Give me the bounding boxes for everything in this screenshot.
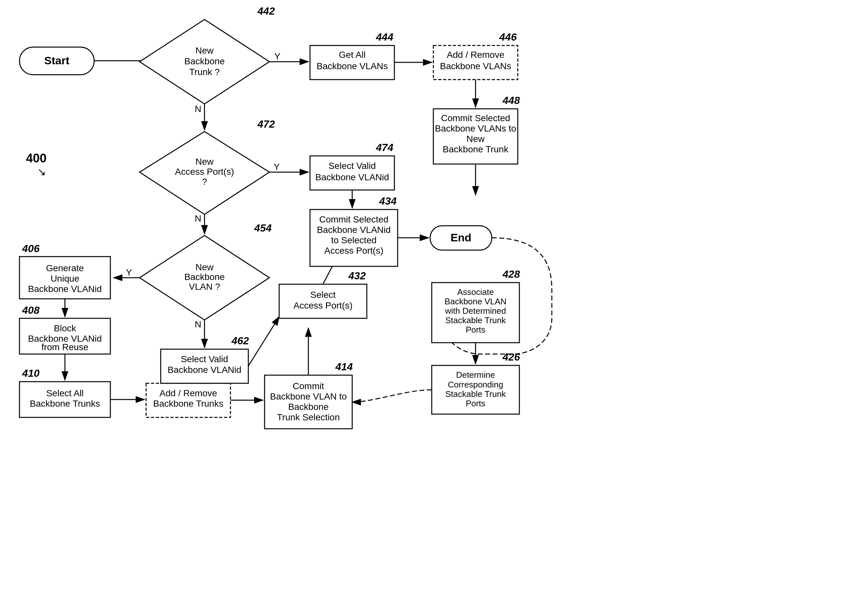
svg-text:Backbone VLANs: Backbone VLANs	[316, 61, 388, 71]
svg-text:Access Port(s): Access Port(s)	[324, 245, 383, 256]
svg-text:432: 432	[348, 270, 366, 282]
svg-text:Backbone VLANid: Backbone VLANid	[315, 172, 389, 182]
svg-text:Access Port(s): Access Port(s)	[175, 167, 234, 177]
svg-text:New: New	[195, 262, 214, 272]
svg-text:Corresponding: Corresponding	[448, 380, 504, 390]
svg-text:Backbone: Backbone	[288, 402, 329, 412]
svg-text:472: 472	[257, 118, 275, 130]
svg-text:Backbone VLANs to: Backbone VLANs to	[435, 123, 516, 133]
svg-text:Backbone VLANid: Backbone VLANid	[317, 225, 391, 235]
node-start: Start	[20, 47, 94, 75]
svg-text:Add / Remove: Add / Remove	[446, 50, 504, 60]
svg-text:454: 454	[254, 222, 272, 234]
svg-text:Backbone VLANid: Backbone VLANid	[167, 365, 241, 375]
svg-text:Ports: Ports	[466, 325, 486, 335]
svg-text:410: 410	[22, 367, 40, 379]
svg-text:New: New	[467, 134, 485, 144]
svg-text:Y: Y	[274, 51, 281, 61]
svg-text:Select Valid: Select Valid	[329, 161, 376, 171]
svg-text:Stackable Trunk: Stackable Trunk	[445, 389, 506, 399]
svg-text:408: 408	[22, 304, 40, 316]
svg-text:Backbone Trunk: Backbone Trunk	[443, 144, 508, 154]
svg-text:Block: Block	[54, 323, 76, 333]
svg-text:Backbone VLANs: Backbone VLANs	[440, 61, 511, 71]
svg-text:Backbone VLANid: Backbone VLANid	[28, 284, 102, 294]
svg-text:Backbone: Backbone	[184, 56, 225, 66]
svg-text:with Determined: with Determined	[445, 306, 506, 316]
svg-text:Stackable Trunk: Stackable Trunk	[445, 315, 506, 325]
svg-text:Backbone Trunks: Backbone Trunks	[153, 399, 223, 408]
svg-text:Start: Start	[44, 54, 69, 67]
arrow-label-400: ↘	[37, 166, 46, 178]
svg-text:Ports: Ports	[466, 399, 486, 408]
svg-text:Generate: Generate	[46, 263, 84, 273]
svg-text:434: 434	[379, 195, 397, 207]
svg-text:Unique: Unique	[51, 273, 79, 284]
svg-text:406: 406	[22, 243, 40, 255]
svg-text:Commit: Commit	[293, 381, 324, 391]
svg-text:446: 446	[499, 31, 517, 43]
svg-text:from Reuse: from Reuse	[42, 342, 88, 352]
svg-text:End: End	[451, 231, 471, 244]
svg-text:Commit Selected: Commit Selected	[441, 113, 510, 123]
svg-text:442: 442	[257, 5, 275, 17]
svg-text:New: New	[195, 45, 214, 56]
svg-text:Y: Y	[126, 267, 132, 277]
svg-text:to Selected: to Selected	[331, 235, 377, 245]
svg-text:414: 414	[335, 361, 353, 373]
svg-text:Get All: Get All	[339, 50, 366, 60]
svg-text:426: 426	[502, 351, 520, 363]
svg-text:N: N	[195, 104, 201, 114]
svg-text:Trunk ?: Trunk ?	[189, 67, 220, 77]
svg-text:Add / Remove: Add / Remove	[160, 388, 217, 398]
svg-text:N: N	[195, 213, 201, 224]
svg-text:448: 448	[502, 95, 520, 106]
svg-text:Backbone Trunks: Backbone Trunks	[30, 399, 100, 408]
svg-text:New: New	[195, 157, 214, 167]
svg-text:Select Valid: Select Valid	[181, 354, 228, 364]
svg-text:444: 444	[375, 31, 394, 43]
label-400: 400	[26, 151, 46, 165]
svg-text:?: ?	[202, 177, 207, 187]
svg-text:428: 428	[502, 268, 520, 280]
svg-text:Associate: Associate	[457, 287, 494, 297]
svg-text:Trunk Selection: Trunk Selection	[277, 412, 340, 422]
svg-text:Determine: Determine	[456, 370, 495, 380]
svg-text:N: N	[195, 319, 201, 329]
svg-text:VLAN ?: VLAN ?	[189, 282, 220, 292]
svg-text:462: 462	[231, 335, 249, 346]
flowchart-diagram: 400 ↘ Start New Backbone Trunk ? 442 Y G…	[0, 0, 868, 610]
svg-text:Y: Y	[274, 162, 280, 172]
svg-text:Backbone VLAN to: Backbone VLAN to	[270, 391, 347, 402]
svg-text:Access Port(s): Access Port(s)	[293, 300, 352, 310]
svg-text:Backbone VLAN: Backbone VLAN	[445, 296, 507, 306]
svg-text:Select: Select	[310, 290, 336, 300]
node-end: End	[430, 226, 492, 250]
svg-text:474: 474	[375, 141, 394, 153]
svg-text:Commit Selected: Commit Selected	[319, 214, 388, 224]
svg-text:Select All: Select All	[46, 388, 84, 398]
svg-text:Backbone: Backbone	[184, 272, 225, 282]
